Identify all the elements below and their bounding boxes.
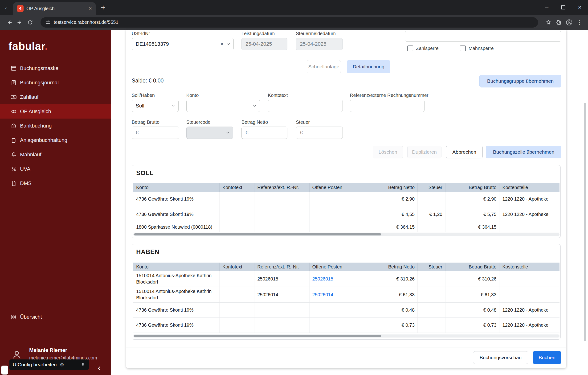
tab-close-icon[interactable]: × <box>89 6 92 11</box>
maximize-button[interactable] <box>555 0 571 15</box>
steuer-input[interactable] <box>296 127 343 139</box>
table-row[interactable]: 4736 Gewährte Skonti 19% € 0,73 € 0,73 1… <box>133 318 559 333</box>
scrollbar-thumb[interactable] <box>134 335 381 337</box>
referenz-input[interactable] <box>350 100 424 112</box>
bookmark-button[interactable] <box>543 17 554 28</box>
sidebar-collapse-button[interactable]: ‹ <box>98 364 101 372</box>
reminder-icon <box>10 151 17 158</box>
leistungsdatum-label: Leistungsdatum <box>242 31 275 36</box>
tabs-divider <box>132 67 561 67</box>
profile-button[interactable] <box>564 17 574 28</box>
tab-search-chevron-icon[interactable]: ⌄ <box>4 4 8 10</box>
buchungsvorschau-button[interactable]: Buchungsvorschau <box>473 351 528 364</box>
minimize-button[interactable]: – <box>538 0 555 15</box>
page-vertical-scrollbar[interactable] <box>584 103 586 341</box>
konto-label: Konto <box>186 93 199 98</box>
main-content: USt-IdNr DE149513379 × Leistungsdatum St… <box>111 30 588 375</box>
puzzle-icon <box>556 20 562 25</box>
table-row[interactable]: 4736 Gewährte Skonti 19% € 2,90 € 2,90 1… <box>133 192 559 207</box>
app-logo: fabular. <box>9 40 48 53</box>
buchungsgruppe-uebernehmen-button[interactable]: Buchungsgruppe übernehmen <box>479 75 561 87</box>
zahlsperre-checkbox-row[interactable]: Zahlsperre <box>407 45 439 51</box>
back-button[interactable] <box>4 17 15 28</box>
betrag-brutto-input[interactable] <box>132 127 179 139</box>
sidebar-item-anlagenbuchhaltung[interactable]: Anlagenbuchhaltung <box>0 133 111 147</box>
offene-posten-link[interactable]: 25026015 <box>312 276 333 281</box>
sidebar-item-buchungsmaske[interactable]: Buchungsmaske <box>0 61 111 75</box>
tab-detailbuchung[interactable]: Detailbuchung <box>347 60 390 73</box>
table-row[interactable]: 4736 Gewährte Skonti 19% € 4,55 € 1,20 €… <box>133 207 559 222</box>
offene-posten-link[interactable]: 25026014 <box>312 292 333 297</box>
sidebar-item-label: Bankbuchung <box>20 123 52 129</box>
sidebar-item-op-ausgleich[interactable]: OP Ausgleich <box>0 104 111 118</box>
footer-divider <box>126 347 566 347</box>
sidebar-item-zahllauf[interactable]: Zahllauf <box>0 90 111 104</box>
uiconfig-toolbar[interactable]: UIConfig bearbeiten ⚙ <box>10 359 89 370</box>
col-betrag-brutto: Betrag Brutto <box>445 183 499 192</box>
ust-idnr-select[interactable]: DE149513379 × <box>132 38 234 50</box>
col-kostenstelle: Kostenstelle <box>499 183 559 192</box>
konto-select[interactable] <box>186 100 260 112</box>
maximize-icon <box>561 5 565 10</box>
saldo-text: Saldo: € 0,00 <box>132 77 164 84</box>
sidebar-item-mahnlauf[interactable]: Mahnlauf <box>0 147 111 162</box>
sidebar-item-buchungsjournal[interactable]: Buchungsjournal <box>0 75 111 90</box>
leistungsdatum-input <box>242 38 287 50</box>
url-bar[interactable]: testservice.rabenhorst.de/5551 <box>41 17 538 28</box>
betrag-brutto-label: Betrag Brutto <box>132 119 159 125</box>
sidebar-item-label: Buchungsmaske <box>20 65 58 71</box>
mahnsperre-checkbox-row[interactable]: Mahnsperre <box>460 45 494 51</box>
table-row[interactable]: 1510014 Antonius-Apotheke Kathrin Blocks… <box>133 287 559 303</box>
table-row[interactable]: 1800 Sparkasse Neuwied (9000118) € 364,1… <box>133 222 559 232</box>
ust-idnr-value: DE149513379 <box>136 41 218 47</box>
site-settings-icon[interactable] <box>45 20 50 25</box>
payment-run-icon <box>10 94 17 100</box>
mahnsperre-checkbox[interactable] <box>460 45 466 51</box>
drag-handle-icon[interactable] <box>81 362 85 367</box>
steuer-label: Steuer <box>296 119 310 125</box>
star-icon <box>546 20 551 25</box>
gear-icon[interactable]: ⚙ <box>60 362 64 367</box>
close-button[interactable]: × <box>571 0 588 15</box>
notes-textarea[interactable] <box>405 31 561 42</box>
chevron-down-icon[interactable] <box>226 42 231 46</box>
soll-horizontal-scrollbar[interactable] <box>133 233 559 236</box>
haben-horizontal-scrollbar[interactable] <box>133 334 559 338</box>
url-text: testservice.rabenhorst.de/5551 <box>54 20 118 25</box>
reload-button[interactable] <box>25 17 35 28</box>
kontotext-input[interactable] <box>268 100 343 112</box>
col-betrag-brutto: Betrag Brutto <box>445 263 499 271</box>
col-konto: Konto <box>133 263 219 271</box>
new-tab-button[interactable]: + <box>101 3 105 12</box>
kontotext-label: Kontotext <box>268 93 288 98</box>
col-kontotext: Kontotext <box>219 183 254 192</box>
sidebar-item-label: Übersicht <box>20 314 42 320</box>
table-row[interactable]: 4736 Gewährte Skonti 19% € 0,48 € 0,48 1… <box>133 303 559 318</box>
logo-dot: . <box>45 40 48 52</box>
sidebar-item-dms[interactable]: DMS <box>0 176 111 191</box>
booking-card: USt-IdNr DE149513379 × Leistungsdatum St… <box>126 30 566 368</box>
extensions-button[interactable] <box>554 17 564 28</box>
abbrechen-button[interactable]: Abbrechen <box>446 146 483 158</box>
col-referenz: Referenz/ext. R.-Nr. <box>254 263 309 271</box>
tab-schnellanlage[interactable]: Schnellanlage <box>307 60 341 73</box>
forward-button[interactable] <box>15 17 25 28</box>
buchungszeile-uebernehmen-button[interactable]: Buchungszeile übernehmen <box>486 146 561 158</box>
sidebar-item-uebersicht[interactable]: Übersicht <box>0 310 111 324</box>
bank-icon <box>10 123 17 129</box>
sidebar-item-bankbuchung[interactable]: Bankbuchung <box>0 118 111 133</box>
sidebar-item-uva[interactable]: UVA <box>0 162 111 176</box>
scrollbar-thumb[interactable] <box>134 233 381 236</box>
referenz-label: Referenz/externe Rechnungsnummer <box>350 93 429 98</box>
favicon: 4 <box>17 5 23 12</box>
betrag-netto-input[interactable] <box>242 127 287 139</box>
browser-tab[interactable]: 4 OP Ausgleich × <box>13 2 96 15</box>
browser-menu-button[interactable]: ⋮ <box>574 17 585 28</box>
zahlsperre-checkbox[interactable] <box>407 45 413 51</box>
clear-icon[interactable]: × <box>220 41 224 47</box>
assets-icon <box>10 137 17 143</box>
table-row[interactable]: 1510014 Antonius-Apotheke Kathrin Blocks… <box>133 271 559 287</box>
soll-haben-select[interactable]: Soll <box>132 100 178 112</box>
col-steuer: Steuer <box>418 263 445 271</box>
buchen-button[interactable]: Buchen <box>533 351 561 364</box>
